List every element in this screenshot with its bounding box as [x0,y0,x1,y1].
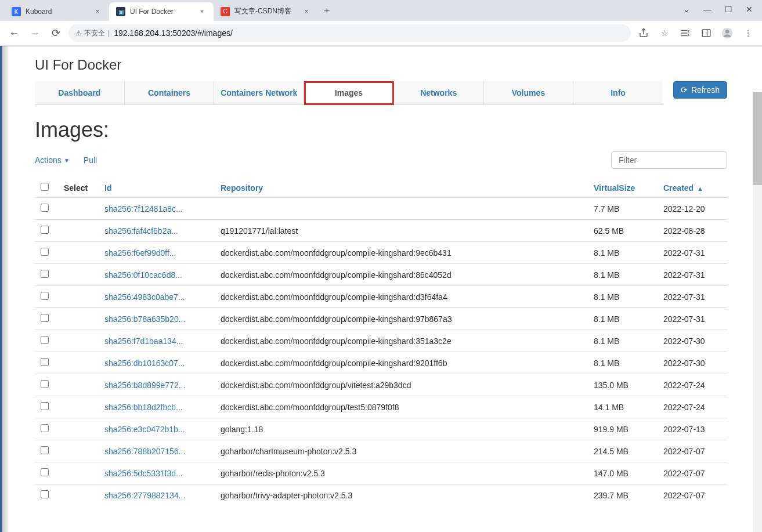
repo-cell: goharbor/trivy-adapter-photon:v2.5.3 [215,484,588,506]
tab-title: 写文章-CSDN博客 [234,6,297,16]
vsize-cell: 8.1 MB [588,330,658,352]
image-id-link[interactable]: sha256:faf4cf6b2a... [104,226,178,236]
row-checkbox[interactable] [41,226,49,234]
browser-tab-kuboard[interactable]: K Kuboard × [5,2,109,21]
image-id-link[interactable]: sha256:f7d1baa134... [104,336,183,346]
profile-icon[interactable] [719,25,735,41]
created-cell: 2022-07-24 [658,396,727,418]
reading-list-icon[interactable] [677,25,694,41]
nav-wrap: Dashboard Containers Containers Network … [35,81,727,105]
vsize-cell: 147.0 MB [588,462,658,484]
table-row: sha256:b78a635b20...dockerdist.abc.com/m… [35,308,727,330]
col-created-label: Created [663,183,694,193]
created-cell: 2022-07-31 [658,242,727,264]
created-cell: 2022-07-13 [658,418,727,440]
select-all-checkbox[interactable] [41,183,49,191]
vsize-cell: 214.5 MB [588,440,658,462]
created-cell: 2022-07-31 [658,264,727,286]
browser-tab-ui-for-docker[interactable]: ▣ UI For Docker × [109,2,214,21]
row-checkbox[interactable] [41,270,49,278]
warning-icon: ⚠ [75,29,82,37]
chevron-down-icon[interactable]: ⌄ [678,3,695,15]
col-id[interactable]: Id [99,178,215,198]
vsize-cell: 8.1 MB [588,286,658,308]
image-id-link[interactable]: sha256:b78a635b20... [104,314,185,324]
vsize-cell: 239.7 MB [588,484,658,506]
share-icon[interactable] [635,25,652,41]
table-row: sha256:bb18d2fbcb...dockerdist.abc.com/m… [35,396,727,418]
pull-link[interactable]: Pull [84,155,97,165]
image-id-link[interactable]: sha256:2779882134... [104,491,185,500]
close-icon[interactable]: × [93,7,102,16]
close-icon[interactable]: × [302,7,311,16]
page-content: UI For Docker Dashboard Containers Conta… [0,46,762,532]
tab-strip: K Kuboard × ▣ UI For Docker × C 写文章-CSDN… [0,0,762,21]
app-title: UI For Docker [35,57,727,73]
col-repository[interactable]: Repository [215,178,588,198]
image-id-link[interactable]: sha256:bb18d2fbcb... [104,403,183,412]
repo-cell: dockerdist.abc.com/moonfddgroup/compile-… [215,308,588,330]
forward-button[interactable]: → [27,25,43,41]
table-row: sha256:db10163c07...dockerdist.abc.com/m… [35,352,727,374]
image-id-link[interactable]: sha256:b8d899e772... [104,381,185,390]
url-bar[interactable]: ⚠ 不安全 | [68,24,631,42]
row-checkbox[interactable] [41,314,49,322]
tab-images[interactable]: Images [304,81,394,105]
tab-info[interactable]: Info [573,81,663,104]
sort-asc-icon: ▲ [697,185,703,192]
row-checkbox[interactable] [41,446,49,454]
row-checkbox[interactable] [41,336,49,344]
browser-tab-csdn[interactable]: C 写文章-CSDN博客 × [214,2,318,21]
actions-dropdown[interactable]: Actions ▼ [35,155,70,165]
not-secure-badge[interactable]: ⚠ 不安全 | [75,28,109,38]
created-cell: 2022-07-30 [658,330,727,352]
menu-icon[interactable]: ⋮ [740,25,756,41]
actions-label: Actions [35,155,62,165]
tab-dashboard[interactable]: Dashboard [35,81,125,104]
row-checkbox[interactable] [41,402,49,410]
page-title: Images: [35,118,727,142]
url-input[interactable] [114,28,624,38]
tab-containers[interactable]: Containers [125,81,215,104]
image-id-link[interactable]: sha256:7f12481a8c... [104,204,183,213]
tab-networks[interactable]: Networks [394,81,484,104]
tab-title: UI For Docker [130,8,193,16]
row-checkbox[interactable] [41,380,49,388]
col-created[interactable]: Created ▲ [658,178,727,198]
image-id-link[interactable]: sha256:f6ef99d0ff... [104,248,176,258]
refresh-button[interactable]: ⟳ Refresh [673,81,727,99]
scrollbar-track[interactable] [753,92,762,532]
repo-cell: q191201771/lal:latest [215,220,588,242]
image-id-link[interactable]: sha256:5dc5331f3d... [104,469,183,478]
star-icon[interactable]: ☆ [656,25,673,41]
close-window-icon[interactable]: ✕ [741,3,757,15]
tab-volumes[interactable]: Volumes [484,81,574,104]
maximize-icon[interactable]: ☐ [720,3,736,15]
scrollbar-thumb[interactable] [753,92,762,185]
row-checkbox[interactable] [41,248,49,256]
row-checkbox[interactable] [41,204,49,212]
image-id-link[interactable]: sha256:db10163c07... [104,359,185,368]
image-id-link[interactable]: sha256:e3c0472b1b... [104,425,185,434]
image-id-link[interactable]: sha256:788b207156... [104,447,185,456]
image-id-link[interactable]: sha256:4983c0abe7... [104,292,185,302]
row-checkbox[interactable] [41,424,49,432]
table-row: sha256:4983c0abe7...dockerdist.abc.com/m… [35,286,727,308]
tab-containers-network[interactable]: Containers Network [214,81,304,104]
col-virtual-size[interactable]: VirtualSize [588,178,658,198]
tab-title: Kuboard [26,8,88,16]
repo-cell: dockerdist.abc.com/moonfddgroup/compile-… [215,352,588,374]
minimize-icon[interactable]: — [699,3,716,15]
row-checkbox[interactable] [41,490,49,498]
close-icon[interactable]: × [197,7,207,16]
side-panel-icon[interactable] [698,25,714,41]
row-checkbox[interactable] [41,358,49,366]
image-id-link[interactable]: sha256:0f10cac6d8... [104,270,182,280]
row-checkbox[interactable] [41,468,49,476]
new-tab-button[interactable]: + [318,2,336,21]
not-secure-label: 不安全 [84,28,105,38]
filter-input[interactable] [611,151,727,169]
back-button[interactable]: ← [6,25,22,41]
row-checkbox[interactable] [41,292,49,300]
reload-button[interactable]: ⟳ [48,25,64,41]
